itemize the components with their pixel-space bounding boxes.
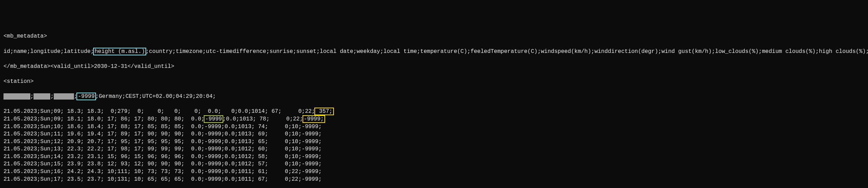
row-text: 21.05.2023;Sun;09; 18.1; 18.0; 17; 86; 1… xyxy=(3,116,204,122)
data-row: 21.05.2023;Sun;09; 18.1; 18.0; 17; 86; 1… xyxy=(3,116,865,123)
data-row: 21.05.2023;Sun;09; 18.3; 18.3; 0;279; 0;… xyxy=(3,108,865,116)
data-row: 21.05.2023;Sun;10; 18.6; 18.4; 17; 88; 1… xyxy=(3,123,865,131)
metadata-close: </mb_metadata> xyxy=(3,63,50,70)
schema-part-2: ;country;timezone;utc-timedifference;sun… xyxy=(145,48,868,55)
station-info-line: ; ; ;-9999;Germany;CEST;UTC+02.00;04:29;… xyxy=(3,93,865,101)
valid-until-open: <valid_until> xyxy=(50,63,94,70)
row-text: 21.05.2023;Sun;17; 23.5; 23.7; 10;131; 1… xyxy=(3,176,322,182)
redacted-name xyxy=(33,93,50,100)
station-rest: ;Germany;CEST;UTC+02.00;04:29;20:04; xyxy=(95,93,216,100)
data-row: 21.05.2023;Sun;14; 23.2; 23.1; 15; 96; 1… xyxy=(3,153,865,161)
row-text: 21.05.2023;Sun;11; 19.6; 19.4; 17; 89; 1… xyxy=(3,131,322,137)
sep: ; xyxy=(50,93,54,100)
redacted-id xyxy=(3,93,30,100)
data-row: 21.05.2023;Sun;12; 20.9; 20.7; 17; 95; 1… xyxy=(3,138,865,146)
valid-until-value: 2030-12-31 xyxy=(94,63,127,70)
data-row: 21.05.2023;Sun;13; 22.3; 22.2; 17; 98; 1… xyxy=(3,146,865,153)
schema-line-1: id;name;longitude;latitude;height (m.asl… xyxy=(3,48,865,56)
data-row: 21.05.2023;Sun;16; 24.2; 24.3; 10;111; 1… xyxy=(3,168,865,176)
data-rows: 21.05.2023;Sun;09; 18.3; 18.3; 0;279; 0;… xyxy=(3,108,865,183)
metadata-open: <mb_metadata> xyxy=(3,33,865,40)
height-value-highlight: -9999 xyxy=(76,93,96,100)
station-open: <station> xyxy=(3,78,865,86)
redacted-lonlat xyxy=(54,93,74,100)
row-highlight: -9999; xyxy=(302,115,326,123)
sep: ; xyxy=(30,93,34,100)
valid-until-close: </valid_until> xyxy=(127,63,174,70)
row-text: 21.05.2023;Sun;12; 20.9; 20.7; 17; 95; 1… xyxy=(3,139,322,145)
row-highlight: 357; xyxy=(314,108,334,115)
row-text: 21.05.2023;Sun;09; 18.3; 18.3; 0;279; 0;… xyxy=(3,108,315,115)
metadata-close-line: </mb_metadata><valid_until>2030-12-31</v… xyxy=(3,63,865,71)
row-highlight: -9999 xyxy=(204,115,223,123)
schema-part-1: id;name;longitude;latitude; xyxy=(3,48,94,55)
row-text: 21.05.2023;Sun;16; 24.2; 24.3; 10;111; 1… xyxy=(3,169,322,175)
row-text: 21.05.2023;Sun;13; 22.3; 22.2; 17; 98; 1… xyxy=(3,146,322,152)
row-text: 21.05.2023;Sun;14; 23.2; 23.1; 15; 96; 1… xyxy=(3,154,322,160)
row-text: 21.05.2023;Sun;15; 23.9; 23.8; 12; 93; 1… xyxy=(3,161,322,167)
data-row: 21.05.2023;Sun;11; 19.6; 19.4; 17; 89; 1… xyxy=(3,131,865,138)
height-label-highlight: height (m.asl.) xyxy=(93,48,146,55)
data-row: 21.05.2023;Sun;17; 23.5; 23.7; 10;131; 1… xyxy=(3,176,865,183)
data-row: 21.05.2023;Sun;15; 23.9; 23.8; 12; 93; 1… xyxy=(3,160,865,168)
row-text: ;0.0;1013; 78; 0;22; xyxy=(223,116,303,122)
row-text: 21.05.2023;Sun;10; 18.6; 18.4; 17; 88; 1… xyxy=(3,124,322,130)
